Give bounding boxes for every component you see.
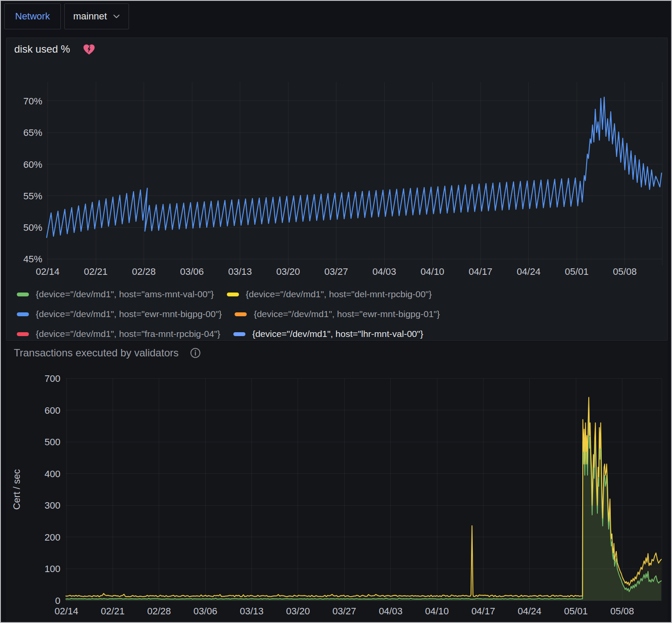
x-axis-tick-label: 04/17 [469, 266, 493, 277]
x-axis-tick-label: 05/01 [565, 266, 589, 277]
info-circle-icon[interactable] [190, 347, 201, 359]
x-axis-tick-label: 05/08 [610, 606, 634, 617]
x-axis-tick-label: 04/10 [425, 606, 449, 617]
y-axis-tick-label: 700 [44, 373, 60, 384]
y-axis-tick-label: 65% [23, 127, 42, 138]
executed-yellow-area-fill [66, 397, 662, 601]
x-axis-tick-label: 02/14 [54, 606, 78, 617]
legend-series-label: {device="/dev/md1", host="ewr-mnt-bigpg-… [36, 309, 222, 319]
x-axis-tick-label: 04/24 [517, 266, 540, 277]
x-axis-tick-label: 03/20 [286, 606, 310, 617]
validators-green-series-line [66, 407, 662, 599]
y-axis-tick-label: 200 [44, 532, 60, 543]
legend-item-1[interactable]: {device="/dev/md1", host="del-mnt-rpcbig… [227, 287, 432, 301]
legend-item-2[interactable]: {device="/dev/md1", host="ewr-mnt-bigpg-… [17, 307, 222, 321]
executed-yellow-series-line [66, 397, 662, 597]
x-axis-tick-label: 03/27 [324, 266, 348, 277]
legend-series-color-icon [235, 312, 247, 316]
y-axis-tick-label: 45% [23, 254, 42, 264]
legend-series-color-icon [233, 332, 245, 336]
disk-used-series-line [47, 97, 662, 237]
legend-item-0[interactable]: {device="/dev/md1", host="ams-mnt-val-00… [17, 287, 214, 301]
legend-item-5[interactable]: {device="/dev/md1", host="lhr-mnt-val-00… [233, 327, 423, 341]
y-axis-tick-label: 50% [23, 222, 42, 233]
variable-label-text: Network [15, 11, 50, 22]
legend-item-3[interactable]: {device="/dev/md1", host="ewr-mnt-bigpg-… [235, 307, 440, 321]
y-axis-tick-label: 300 [44, 500, 60, 511]
legend-series-label: {device="/dev/md1", host="lhr-mnt-val-00… [252, 329, 423, 339]
legend-series-color-icon [227, 293, 239, 296]
y-axis-tick-label: 0 [55, 595, 60, 606]
y-axis-tick-label: 100 [44, 563, 60, 574]
x-axis-tick-label: 03/27 [333, 606, 356, 617]
legend-series-label: {device="/dev/md1", host="ams-mnt-val-00… [36, 289, 214, 299]
y-axis-tick-label: 400 [44, 469, 60, 479]
x-axis-tick-label: 02/21 [101, 606, 125, 617]
panel-header: Transactions executed by validators [14, 347, 201, 359]
y-axis-tick-label: 70% [23, 96, 42, 107]
x-axis-tick-label: 04/10 [421, 266, 444, 277]
y-axis-tick-label: 60% [23, 159, 42, 170]
legend-series-color-icon [17, 312, 29, 316]
panel-disk-used: disk used % 45%50%55%60%65%70%02/1402/21… [6, 38, 668, 341]
disk-used-chart: 45%50%55%60%65%70%02/1402/2102/2803/0603… [6, 38, 668, 286]
legend-series-label: {device="/dev/md1", host="fra-mnt-rpcbig… [36, 329, 220, 339]
x-axis-tick-label: 03/06 [180, 266, 204, 277]
validators-green-area-fill [66, 407, 662, 601]
x-axis-tick-label: 04/03 [379, 606, 402, 617]
x-axis-tick-label: 04/17 [471, 606, 495, 617]
network-variable-dropdown[interactable]: mainnet [64, 3, 129, 29]
x-axis-tick-label: 03/13 [240, 606, 264, 617]
x-axis-tick-label: 03/13 [228, 266, 252, 277]
panel-title-disk-used[interactable]: disk used % [14, 43, 70, 55]
x-axis-tick-label: 05/01 [564, 606, 588, 617]
dashboard-controls: Network mainnet [4, 3, 129, 29]
broken-heart-alert-icon[interactable] [83, 44, 95, 55]
chevron-down-icon [113, 14, 120, 19]
x-axis-tick-label: 02/28 [147, 606, 171, 617]
x-axis-tick-label: 04/03 [373, 266, 396, 277]
variable-label-network: Network [4, 3, 61, 29]
x-axis-tick-label: 05/08 [613, 266, 637, 277]
legend-item-4[interactable]: {device="/dev/md1", host="fra-mnt-rpcbig… [17, 327, 220, 341]
y-axis-title: Cert / sec [11, 469, 22, 510]
panel-transactions: Transactions executed by validators 0100… [6, 342, 668, 623]
transactions-chart: 010020030040050060070002/1402/2102/2803/… [6, 342, 668, 623]
x-axis-tick-label: 02/28 [132, 266, 156, 277]
legend-series-color-icon [17, 332, 29, 336]
legend-series-color-icon [17, 293, 29, 296]
grafana-dashboard: Network mainnet disk used % 45%50%55%60%… [0, 0, 672, 623]
disk-chart-legend: {device="/dev/md1", host="ams-mnt-val-00… [17, 287, 573, 341]
x-axis-tick-label: 02/14 [36, 266, 60, 277]
legend-series-label: {device="/dev/md1", host="del-mnt-rpcbig… [246, 289, 432, 299]
x-axis-tick-label: 02/21 [84, 266, 107, 277]
y-axis-tick-label: 600 [44, 405, 60, 416]
legend-series-label: {device="/dev/md1", host="ewr-mnt-bigpg-… [254, 309, 440, 319]
x-axis-tick-label: 04/24 [518, 606, 541, 617]
panel-header: disk used % [14, 43, 95, 55]
x-axis-tick-label: 03/20 [276, 266, 300, 277]
panel-title-transactions[interactable]: Transactions executed by validators [14, 347, 179, 359]
x-axis-tick-label: 03/06 [194, 606, 217, 617]
y-axis-tick-label: 55% [23, 191, 42, 201]
variable-value-text: mainnet [73, 11, 107, 22]
y-axis-tick-label: 500 [44, 437, 60, 447]
